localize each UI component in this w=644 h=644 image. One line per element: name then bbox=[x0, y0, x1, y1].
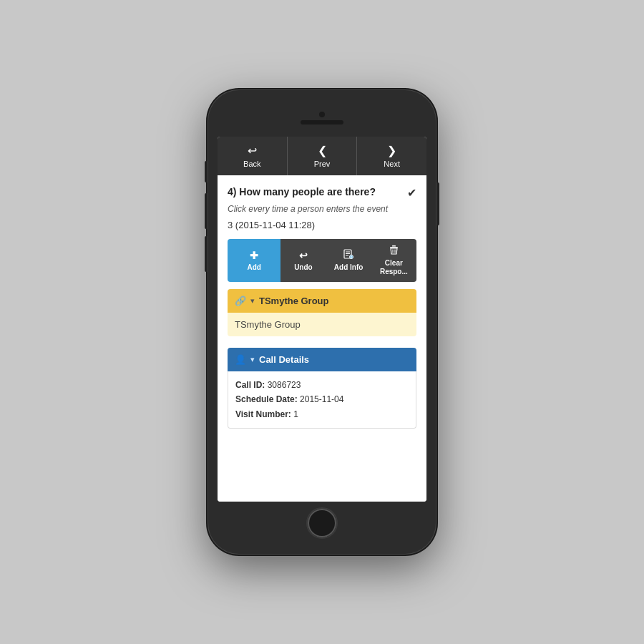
visit-number-label: Visit Number: bbox=[235, 409, 291, 419]
next-label: Next bbox=[384, 160, 400, 168]
phone-shell: ↩ Back ❮ Prev ❯ Next 4) How many people … bbox=[208, 89, 436, 555]
svg-rect-8 bbox=[392, 245, 396, 247]
speaker bbox=[301, 120, 343, 125]
home-button[interactable] bbox=[306, 507, 338, 539]
value-text: 3 (2015-11-04 11:28) bbox=[228, 220, 416, 230]
mute-button bbox=[205, 161, 208, 182]
undo-label: Undo bbox=[294, 263, 313, 272]
instruction-text: Click every time a person enters the eve… bbox=[228, 204, 416, 214]
call-details-chevron-icon: ▾ bbox=[250, 355, 255, 364]
tsmythe-group-body: TSmythe Group bbox=[228, 313, 416, 336]
question-row: 4) How many people are there? ✔ bbox=[228, 185, 416, 200]
svg-rect-7 bbox=[390, 247, 398, 248]
tsmythe-group-section: 🔗 ▾ TSmythe Group TSmythe Group bbox=[228, 289, 416, 341]
camera bbox=[319, 112, 325, 117]
back-icon: ↩ bbox=[248, 144, 257, 157]
action-buttons: ✚ Add ↩ Undo bbox=[228, 239, 416, 282]
question-text: 4) How many people are there? bbox=[228, 185, 376, 198]
phone-screen: ↩ Back ❮ Prev ❯ Next 4) How many people … bbox=[218, 137, 426, 502]
undo-icon: ↩ bbox=[299, 250, 308, 261]
top-bezel bbox=[218, 99, 426, 137]
call-id-line: Call ID: 3086723 bbox=[235, 378, 409, 392]
checkmark-icon: ✔ bbox=[407, 186, 416, 200]
volume-down-button bbox=[205, 236, 208, 272]
next-icon: ❯ bbox=[387, 144, 396, 157]
power-button bbox=[436, 182, 439, 225]
back-button[interactable]: ↩ Back bbox=[218, 137, 288, 175]
prev-label: Prev bbox=[314, 160, 331, 168]
screen-content: 4) How many people are there? ✔ Click ev… bbox=[218, 175, 426, 502]
tsmythe-group-header[interactable]: 🔗 ▾ TSmythe Group bbox=[228, 289, 416, 313]
volume-up-button bbox=[205, 193, 208, 229]
visit-number-val: 1 bbox=[293, 409, 298, 419]
add-info-icon bbox=[343, 249, 353, 261]
next-button[interactable]: ❯ Next bbox=[357, 137, 426, 175]
add-button[interactable]: ✚ Add bbox=[228, 239, 280, 282]
prev-button[interactable]: ❮ Prev bbox=[288, 137, 358, 175]
schedule-date-val: 2015-11-04 bbox=[300, 394, 343, 404]
add-info-label: Add Info bbox=[334, 263, 364, 272]
person-icon: 👤 bbox=[235, 354, 246, 365]
call-id-label: Call ID: bbox=[235, 380, 265, 390]
call-details-header[interactable]: 👤 ▾ Call Details bbox=[228, 348, 416, 371]
undo-button[interactable]: ↩ Undo bbox=[280, 239, 326, 282]
tsmythe-group-header-label: TSmythe Group bbox=[259, 296, 409, 306]
link-icon: 🔗 bbox=[235, 296, 246, 306]
clear-response-button[interactable]: Clear Respo... bbox=[371, 239, 416, 282]
tsmythe-chevron-icon: ▾ bbox=[250, 296, 255, 306]
add-label: Add bbox=[247, 263, 260, 272]
prev-icon: ❮ bbox=[318, 144, 327, 157]
call-details-body: Call ID: 3086723 Schedule Date: 2015-11-… bbox=[228, 371, 416, 429]
back-label: Back bbox=[243, 160, 260, 168]
trash-icon bbox=[389, 245, 399, 257]
call-details-section: 👤 ▾ Call Details Call ID: 3086723 Schedu… bbox=[228, 348, 416, 429]
add-info-button[interactable]: Add Info bbox=[326, 239, 371, 282]
call-details-header-label: Call Details bbox=[259, 354, 409, 365]
schedule-date-label: Schedule Date: bbox=[235, 394, 298, 404]
add-icon: ✚ bbox=[250, 250, 258, 261]
clear-label: Clear Respo... bbox=[374, 259, 414, 276]
bottom-bezel bbox=[218, 502, 426, 545]
schedule-date-line: Schedule Date: 2015-11-04 bbox=[235, 392, 409, 406]
call-id-val: 3086723 bbox=[268, 380, 301, 390]
visit-number-line: Visit Number: 1 bbox=[235, 407, 409, 421]
nav-bar: ↩ Back ❮ Prev ❯ Next bbox=[218, 137, 426, 175]
